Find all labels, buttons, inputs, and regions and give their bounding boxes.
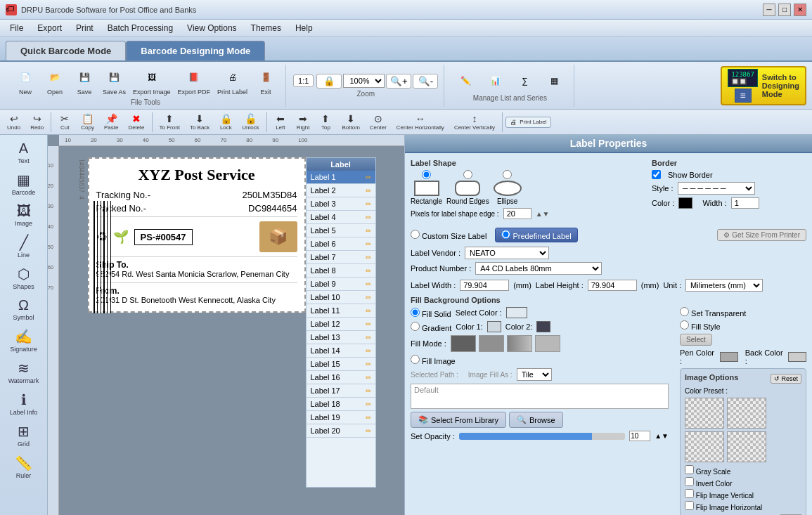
custom-size-radio-label[interactable]: Custom Size Label — [411, 230, 486, 240]
select-from-library-button[interactable]: 📚 Select From Library — [411, 412, 506, 428]
predefined-radio-label[interactable]: Predefined Label — [495, 228, 577, 242]
shape-rectangle[interactable]: Rectangle — [411, 170, 442, 205]
label-height-input[interactable] — [588, 280, 637, 291]
pen-color-box[interactable] — [720, 352, 738, 362]
label-item-3[interactable]: Label 3 ✏ — [307, 197, 375, 211]
menu-print[interactable]: Print — [69, 22, 101, 34]
menu-themes[interactable]: Themes — [244, 22, 288, 34]
menu-file[interactable]: File — [3, 22, 30, 34]
flip-h-checkbox[interactable] — [685, 501, 694, 510]
menu-batch[interactable]: Batch Processing — [101, 22, 180, 34]
sidebar-item-symbol[interactable]: Ω Symbol — [3, 294, 45, 324]
zoom-percent-select[interactable]: 100%75%50%125%150% — [343, 74, 385, 88]
fill-mode-box-1[interactable] — [451, 335, 476, 352]
formula-icon-btn[interactable]: ∑ — [510, 69, 539, 93]
zoom-ratio-button[interactable]: 1:1 — [293, 74, 314, 87]
fill-mode-box-4[interactable] — [535, 335, 560, 352]
label-item-12[interactable]: Label 12 ✏ — [307, 318, 375, 331]
align-center-button[interactable]: ⊙ Center — [366, 112, 391, 132]
sidebar-item-text[interactable]: A Text — [3, 138, 45, 167]
align-left-button[interactable]: ⬅ Left — [270, 112, 291, 132]
tab-quick-barcode[interactable]: Quick Barcode Mode — [6, 41, 126, 60]
flip-v-checkbox[interactable] — [685, 489, 694, 498]
reset-button[interactable]: ↺ Reset — [771, 374, 801, 384]
vendor-select[interactable]: NEATO — [465, 247, 549, 259]
label-item-18[interactable]: Label 18 ✏ — [307, 398, 375, 411]
fill-color-box[interactable] — [506, 307, 527, 318]
export-image-button[interactable]: 🖼 Export Image — [130, 65, 174, 97]
sidebar-item-labelinfo[interactable]: ℹ Label Info — [3, 389, 45, 419]
fill-select-button[interactable]: Select — [680, 334, 712, 346]
menu-view[interactable]: View Options — [180, 22, 243, 34]
fill-image-label[interactable]: Fill Image — [411, 355, 456, 365]
flip-h-label[interactable]: Flip Image Horizontal — [685, 501, 801, 511]
menu-export[interactable]: Export — [30, 22, 69, 34]
fill-style-label[interactable]: Fill Style — [680, 320, 721, 331]
export-pdf-button[interactable]: 📕 Export PDF — [175, 65, 214, 97]
sidebar-item-shapes[interactable]: ⬡ Shapes — [3, 263, 45, 293]
image-fill-select[interactable]: Tile — [517, 368, 552, 381]
back-color-box[interactable] — [788, 352, 806, 362]
border-width-input[interactable] — [731, 197, 759, 209]
redo-button[interactable]: ↪ Redo — [26, 112, 48, 132]
sidebar-item-watermark[interactable]: ≋ Watermark — [3, 357, 45, 387]
label-item-6[interactable]: Label 6 ✏ — [307, 237, 375, 251]
fill-mode-box-2[interactable] — [479, 335, 504, 352]
center-v-button[interactable]: ↕ Center Vertically — [450, 112, 499, 132]
label-item-19[interactable]: Label 19 ✏ — [307, 411, 375, 424]
cut-button[interactable]: ✂ Cut — [54, 112, 75, 132]
gradient-color2-box[interactable] — [536, 321, 550, 332]
label-item-15[interactable]: Label 15 ✏ — [307, 358, 375, 371]
sidebar-item-barcode[interactable]: ▦ Barcode — [3, 169, 45, 199]
zoom-in-button[interactable]: 🔍+ — [386, 74, 411, 89]
align-top-button[interactable]: ⬆ Top — [315, 112, 336, 132]
zoom-out-button[interactable]: 🔍- — [413, 74, 438, 89]
align-right-button[interactable]: ➡ Right — [292, 112, 314, 132]
label-item-13[interactable]: Label 13 ✏ — [307, 331, 375, 344]
opacity-slider[interactable] — [459, 433, 625, 440]
set-transparent-radio[interactable] — [680, 307, 689, 316]
label-item-17[interactable]: Label 17 ✏ — [307, 384, 375, 398]
maximize-button[interactable]: □ — [778, 4, 791, 16]
fill-solid-radio[interactable] — [411, 308, 420, 317]
pixels-input[interactable] — [503, 208, 531, 219]
to-front-button[interactable]: ⬆ To Front — [155, 112, 184, 132]
new-button[interactable]: 📄 New — [11, 65, 39, 97]
unit-select[interactable]: Milimeters (mm) Inches — [685, 279, 763, 292]
label-item-4[interactable]: Label 4 ✏ — [307, 211, 375, 224]
sidebar-item-ruler[interactable]: 📏 Ruler — [3, 452, 45, 482]
zoom-lock-button[interactable]: 🔒 — [316, 74, 342, 89]
print-label-button[interactable]: 🖨 Print Label — [214, 65, 250, 97]
lock-button[interactable]: 🔒 Lock — [215, 112, 236, 132]
border-color-box[interactable] — [678, 197, 692, 209]
sidebar-item-signature[interactable]: ✍ Signature — [3, 325, 45, 356]
label-item-2[interactable]: Label 2 ✏ — [307, 184, 375, 197]
browse-button[interactable]: 🔍 Browse — [509, 412, 563, 428]
barcode-icon-btn[interactable]: ▦ — [540, 69, 568, 93]
invert-checkbox[interactable] — [685, 477, 694, 486]
print-label-tb2-button[interactable]: 🖨 Print Label — [505, 117, 551, 128]
fill-solid-label[interactable]: Fill Solid — [411, 308, 451, 318]
label-item-7[interactable]: Label 7 ✏ — [307, 251, 375, 264]
grayscale-checkbox[interactable] — [685, 465, 694, 474]
label-width-input[interactable] — [460, 280, 509, 291]
opacity-input[interactable] — [629, 431, 650, 441]
label-item-10[interactable]: Label 10 ✏ — [307, 291, 375, 304]
set-transparent-label[interactable]: Set Transparent — [680, 307, 746, 318]
sidebar-item-line[interactable]: ╱ Line — [3, 231, 45, 261]
unlock-button[interactable]: 🔓 Unlock — [238, 112, 263, 132]
product-number-select[interactable]: A4 CD Labels 80mm — [475, 262, 602, 275]
shape-round[interactable]: Round Edges — [446, 170, 489, 205]
undo-button[interactable]: ↩ Undo — [3, 112, 25, 132]
label-item-11[interactable]: Label 11 ✏ — [307, 304, 375, 318]
predefined-radio[interactable] — [501, 230, 510, 239]
border-style-select[interactable]: ─ ─ ─ ─ ─ ─ ────── ····· — [678, 182, 755, 195]
menu-help[interactable]: Help — [288, 22, 320, 34]
label-item-8[interactable]: Label 8 ✏ — [307, 264, 375, 278]
fill-image-radio[interactable] — [411, 355, 420, 364]
mode-switch-button[interactable]: 123867🔲🔲 ≡ Switch toDesigningMode — [721, 66, 806, 105]
paste-button[interactable]: 📌 Paste — [100, 112, 122, 132]
label-item-16[interactable]: Label 16 ✏ — [307, 371, 375, 384]
show-border-checkbox[interactable] — [652, 170, 661, 179]
get-size-printer-button[interactable]: ⚙Get Size From Printer — [717, 229, 806, 241]
